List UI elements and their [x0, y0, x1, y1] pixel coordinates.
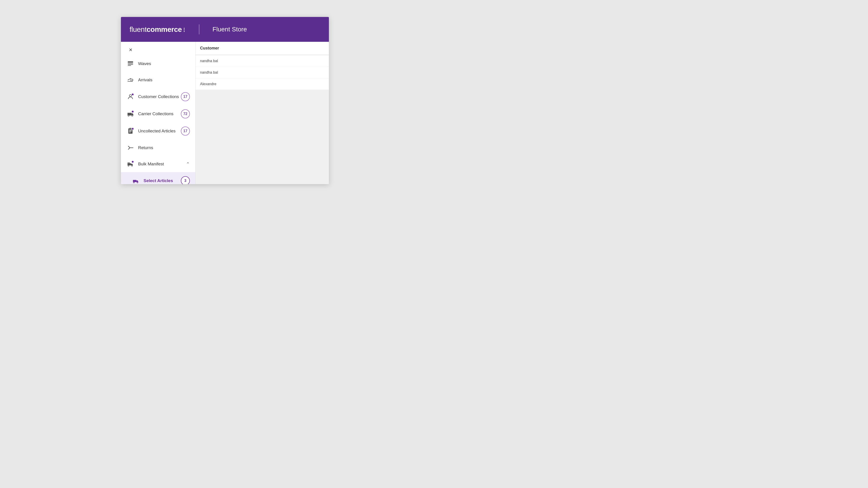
close-icon: × — [129, 46, 132, 53]
bulk-manifest-dot — [131, 160, 134, 163]
svg-rect-3 — [128, 65, 131, 66]
customer-collections-label: Customer Collections — [138, 94, 179, 99]
sidebar-item-waves[interactable]: Waves — [121, 56, 195, 72]
sidebar-item-returns[interactable]: Returns — [121, 140, 195, 156]
svg-point-14 — [128, 165, 129, 166]
svg-rect-0 — [128, 61, 133, 63]
svg-point-4 — [129, 95, 131, 97]
carrier-collections-badge: 72 — [181, 109, 190, 119]
arrivals-icon — [126, 76, 134, 84]
logo-symbol: ⫶ — [183, 26, 186, 33]
logo-regular: fluent — [129, 25, 147, 33]
store-name: Fluent Store — [213, 26, 247, 33]
svg-rect-17 — [133, 180, 136, 182]
svg-point-18 — [133, 182, 134, 183]
svg-point-15 — [131, 165, 133, 166]
svg-point-19 — [137, 182, 138, 183]
carrier-collections-icon — [126, 110, 134, 118]
svg-rect-2 — [128, 64, 133, 65]
header-divider — [199, 24, 199, 34]
uncollected-articles-label: Uncollected Articles — [138, 129, 179, 133]
svg-rect-11 — [129, 132, 131, 132]
logo-text: fluentcommerce⫶ — [129, 25, 186, 34]
bulk-manifest-header[interactable]: Bulk Manifest ⌃ — [121, 156, 195, 172]
returns-label: Returns — [138, 145, 190, 150]
sidebar-item-bulk-manifest: Bulk Manifest ⌃ — [121, 156, 195, 184]
logo-area: fluentcommerce⫶ Fluent Store — [129, 24, 247, 34]
bulk-manifest-chevron-icon: ⌃ — [186, 161, 190, 167]
arrivals-label: Arrivals — [138, 77, 190, 83]
right-row-2: Alexandre — [195, 78, 329, 90]
uncollected-articles-icon — [126, 127, 134, 135]
sidebar-item-uncollected-articles[interactable]: Uncollected Articles 17 — [121, 123, 195, 140]
right-panel: Customer nandha bal nandha bal Alexandre — [195, 42, 329, 184]
bulk-manifest-icon — [126, 160, 134, 168]
right-row-0: nandha bal — [195, 55, 329, 67]
select-articles-badge: 3 — [181, 176, 190, 184]
waves-label: Waves — [138, 61, 190, 66]
svg-rect-13 — [127, 163, 131, 165]
svg-rect-10 — [129, 131, 132, 131]
carrier-collections-label: Carrier Collections — [138, 111, 179, 116]
select-articles-icon — [132, 177, 140, 184]
svg-rect-1 — [128, 63, 133, 64]
svg-point-7 — [132, 115, 133, 116]
nav-list: Waves Arrivals — [121, 56, 195, 184]
select-articles-label: Select Articles — [144, 178, 179, 183]
sidebar-item-select-articles[interactable]: Select Articles 3 — [121, 172, 195, 184]
right-panel-header: Customer — [195, 42, 329, 55]
customer-collections-dot — [131, 93, 134, 96]
bulk-manifest-label: Bulk Manifest — [138, 162, 185, 166]
svg-rect-16 — [127, 162, 130, 164]
main-area: × Waves — [121, 42, 329, 184]
returns-icon — [126, 144, 134, 152]
close-button[interactable]: × — [125, 46, 136, 53]
bulk-manifest-sub-items: Select Articles 3 Bulk Manifes — [121, 172, 195, 184]
app-container: fluentcommerce⫶ Fluent Store × — [121, 17, 329, 184]
sidebar-item-arrivals[interactable]: Arrivals — [121, 72, 195, 88]
sidebar: × Waves — [121, 42, 195, 184]
svg-point-6 — [128, 115, 129, 116]
logo-bold: commerce — [147, 25, 182, 33]
customer-collections-icon — [126, 93, 134, 101]
app-header: fluentcommerce⫶ Fluent Store — [121, 17, 329, 42]
right-row-1: nandha bal — [195, 67, 329, 78]
uncollected-articles-badge: 17 — [181, 127, 190, 135]
carrier-collections-dot — [131, 110, 134, 113]
customer-collections-badge: 17 — [181, 92, 190, 101]
sidebar-item-customer-collections[interactable]: Customer Collections 17 — [121, 88, 195, 105]
svg-rect-5 — [127, 113, 131, 116]
svg-rect-9 — [129, 130, 132, 130]
sidebar-item-carrier-collections[interactable]: Carrier Collections 72 — [121, 105, 195, 123]
right-panel-rows: nandha bal nandha bal Alexandre — [195, 55, 329, 90]
uncollected-articles-dot — [131, 127, 134, 130]
waves-icon — [126, 60, 134, 68]
